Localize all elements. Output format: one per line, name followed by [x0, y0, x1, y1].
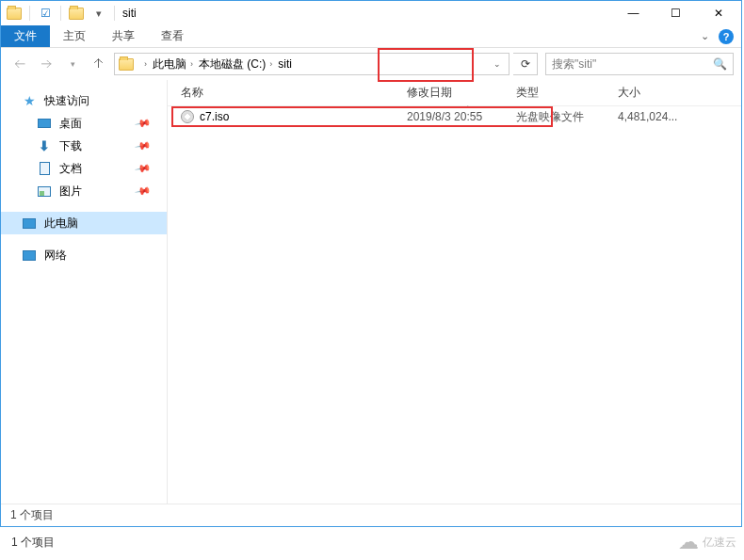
search-placeholder: 搜索"siti"	[552, 56, 596, 72]
nav-network[interactable]: 网络	[1, 244, 167, 266]
tab-file[interactable]: 文件	[1, 25, 50, 47]
ribbon-expand-icon[interactable]: ⌄	[701, 30, 709, 42]
pin-icon: 📌	[135, 183, 153, 200]
search-input[interactable]: 搜索"siti" 🔍	[545, 53, 734, 75]
nav-pictures[interactable]: 图片📌	[1, 180, 167, 202]
window-controls: ― ☐ ✕	[612, 1, 739, 25]
cloud-icon: ☁	[678, 530, 699, 554]
separator	[60, 6, 61, 21]
file-size: 4,481,024...	[612, 110, 697, 123]
search-icon: 🔍	[713, 57, 727, 71]
highlight-annotation	[378, 48, 474, 82]
col-type[interactable]: 类型	[510, 85, 612, 101]
star-icon: ★	[22, 93, 37, 108]
crumb-thispc[interactable]: 此电脑›	[150, 54, 196, 74]
titlebar[interactable]: ☑ ▾ siti ― ☐ ✕	[1, 1, 741, 25]
pc-icon	[22, 216, 37, 231]
separator	[29, 6, 30, 21]
window-title: siti	[122, 7, 137, 20]
maximize-button[interactable]: ☐	[655, 1, 697, 25]
item-count: 1 个项目	[10, 507, 54, 523]
qat-folder-icon[interactable]	[69, 6, 84, 21]
pin-icon: 📌	[135, 137, 153, 155]
file-row[interactable]: c7.iso 2019/8/3 20:55 光盘映像文件 4,481,024..…	[168, 106, 741, 127]
help-icon[interactable]: ?	[719, 29, 734, 44]
qat-dropdown-icon[interactable]: ▾	[91, 6, 106, 21]
nav-documents[interactable]: 文档📌	[1, 157, 167, 180]
recent-dropdown[interactable]: ▾	[61, 53, 84, 75]
column-headers: 名称 修改日期 类型 大小	[168, 80, 741, 106]
desktop-icon	[37, 116, 52, 131]
body: ★快速访问 桌面📌 ⬇下载📌 文档📌 图片📌 此电脑 网络 名称 修改日期 类型…	[1, 80, 741, 504]
crumb-drive[interactable]: 本地磁盘 (C:)›	[196, 54, 275, 74]
minimize-button[interactable]: ―	[612, 1, 655, 25]
col-date[interactable]: 修改日期	[401, 85, 510, 101]
tab-home[interactable]: 主页	[50, 25, 99, 47]
address-bar[interactable]: › 此电脑› 本地磁盘 (C:)› siti ⌄	[114, 53, 509, 75]
tab-view[interactable]: 查看	[148, 25, 197, 47]
footer-count: 1 个项目	[11, 535, 55, 551]
up-button[interactable]: 🡡	[88, 53, 110, 75]
file-list[interactable]: 名称 修改日期 类型 大小 ⌃ c7.iso 2019/8/3 20:55 光盘…	[168, 80, 741, 504]
file-type: 光盘映像文件	[510, 109, 612, 125]
ribbon-tabs: 文件 主页 共享 查看 ⌄ ?	[1, 25, 741, 48]
refresh-button[interactable]: ⟳	[513, 53, 538, 75]
nav-quick-access[interactable]: ★快速访问	[1, 89, 167, 112]
address-dropdown-icon[interactable]: ⌄	[488, 59, 507, 69]
back-button[interactable]: 🡠	[8, 53, 31, 75]
tab-share[interactable]: 共享	[99, 25, 148, 47]
app-folder-icon	[7, 6, 22, 21]
iso-icon	[181, 110, 194, 123]
file-name: c7.iso	[200, 110, 229, 123]
pictures-icon	[37, 184, 52, 199]
nav-desktop[interactable]: 桌面📌	[1, 112, 167, 135]
document-icon	[37, 161, 52, 176]
qat-properties-icon[interactable]: ☑	[38, 6, 53, 21]
status-bar: 1 个项目	[1, 504, 741, 526]
crumb-folder[interactable]: siti	[275, 54, 295, 74]
network-icon	[22, 248, 37, 263]
nav-downloads[interactable]: ⬇下载📌	[1, 135, 167, 157]
sort-indicator-icon: ⌃	[464, 104, 472, 114]
pin-icon: 📌	[135, 160, 153, 178]
col-name[interactable]: 名称	[175, 85, 401, 101]
watermark: ☁ 亿速云	[678, 530, 736, 554]
download-icon: ⬇	[37, 138, 52, 153]
close-button[interactable]: ✕	[697, 1, 739, 25]
forward-button[interactable]: 🡢	[35, 53, 57, 75]
file-date: 2019/8/3 20:55	[401, 110, 510, 123]
navigation-bar: 🡠 🡢 ▾ 🡡 › 此电脑› 本地磁盘 (C:)› siti ⌄ ⟳ 搜索"si…	[1, 48, 741, 80]
address-folder-icon	[119, 58, 134, 71]
separator	[114, 6, 115, 21]
explorer-window: ☑ ▾ siti ― ☐ ✕ 文件 主页 共享 查看 ⌄ ? 🡠 🡢 ▾ 🡡 ›…	[0, 0, 742, 527]
crumb-root[interactable]: ›	[137, 54, 150, 74]
nav-pane[interactable]: ★快速访问 桌面📌 ⬇下载📌 文档📌 图片📌 此电脑 网络	[1, 80, 168, 504]
pin-icon: 📌	[135, 115, 153, 133]
nav-thispc[interactable]: 此电脑	[1, 212, 167, 234]
col-size[interactable]: 大小	[612, 85, 697, 101]
